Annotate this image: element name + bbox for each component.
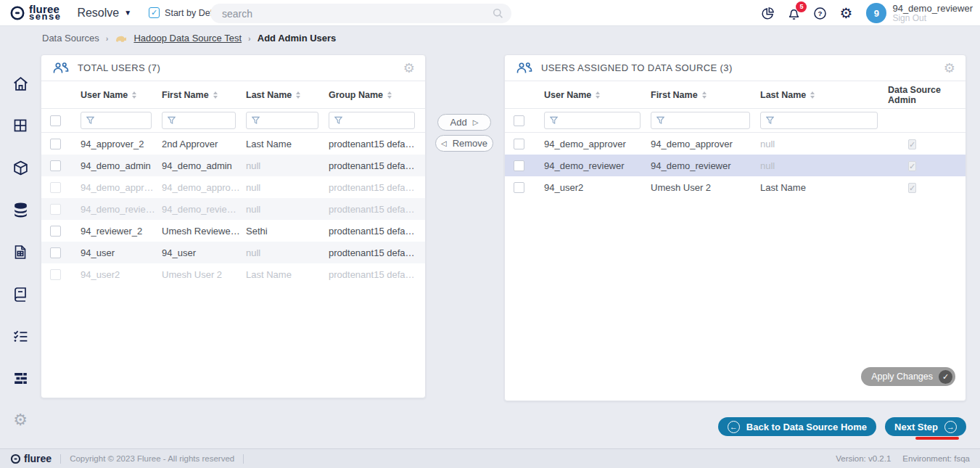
cell-first-name: 94_demo_reviewer: [651, 160, 760, 171]
sign-out-link[interactable]: Sign Out: [892, 14, 973, 23]
select-all-checkbox[interactable]: [50, 115, 61, 126]
total-users-panel: TOTAL USERS (7) ⚙ User Name First Name L…: [41, 54, 426, 398]
chevron-right-icon: ›: [106, 34, 109, 43]
grid-icon[interactable]: [11, 116, 30, 135]
spreadsheet-file-icon[interactable]: [11, 242, 30, 261]
cell-group-name: prodtenant15 default ...: [329, 247, 425, 258]
select-all-checkbox[interactable]: [514, 115, 524, 126]
user-row[interactable]: 94_user 94_user null prodtenant15 defaul…: [41, 242, 425, 263]
assigned-users-column-headers: User Name First Name Last Name Data Sour…: [505, 81, 965, 109]
automation-gear-icon[interactable]: ⚙: [11, 411, 30, 430]
user-row: 94_user2 Umesh User 2 Last Name prodtena…: [41, 263, 425, 285]
user-row[interactable]: 94_approver_2 2nd Approver Last Name pro…: [41, 133, 425, 155]
help-icon[interactable]: ?: [812, 5, 828, 21]
cell-group-name: prodtenant15 default ...: [329, 139, 425, 149]
search-input[interactable]: [210, 4, 511, 23]
cell-user-name: 94_demo_approver: [544, 139, 651, 149]
column-header-user-name[interactable]: User Name: [81, 90, 162, 100]
hadoop-elephant-icon: [115, 33, 127, 44]
data-source-admin-checkbox: ✓: [908, 183, 916, 193]
search-icon: [493, 8, 503, 19]
assigned-user-row[interactable]: 94_user2 Umesh User 2 Last Name ✓: [505, 176, 965, 198]
environment-label: Environment: fsqa: [902, 454, 970, 463]
notifications-bell-icon[interactable]: 5: [786, 5, 802, 21]
cell-first-name: Umesh User 2: [162, 269, 246, 280]
cube-icon[interactable]: [11, 158, 30, 177]
apply-changes-button[interactable]: Apply Changes ✓: [861, 367, 955, 386]
row-checkbox[interactable]: [50, 139, 61, 149]
cell-last-name: Last Name: [246, 269, 329, 280]
user-row[interactable]: 94_demo_admin 94_demo_admin null prodten…: [41, 155, 425, 176]
filter-last-name-input[interactable]: [760, 112, 878, 129]
total-users-column-headers: User Name First Name Last Name Group Nam…: [41, 81, 425, 109]
user-row[interactable]: 94_reviewer_2 Umesh Reviewer 2 Sethi pro…: [41, 220, 425, 242]
footer-logo-text: fluree: [24, 453, 52, 464]
cell-last-name: Sethi: [246, 226, 329, 237]
cell-user-name: 94_user2: [544, 182, 651, 193]
cell-last-name: null: [760, 160, 888, 171]
divider: [243, 454, 244, 464]
cell-first-name: 94_demo_reviewer: [162, 204, 246, 215]
assigned-users-header: USERS ASSIGNED TO DATA SOURCE (3) ⚙: [505, 55, 965, 81]
add-button-label: Add: [450, 117, 467, 128]
row-checkbox[interactable]: [514, 160, 524, 171]
row-checkbox: [50, 269, 61, 280]
data-source-admin-checkbox: ✓: [908, 139, 916, 149]
row-checkbox[interactable]: [514, 182, 524, 193]
apply-changes-label: Apply Changes: [871, 371, 933, 382]
row-checkbox: [50, 204, 61, 215]
resolve-dropdown[interactable]: Resolve ▼: [77, 7, 131, 20]
avatar[interactable]: 9: [866, 3, 886, 23]
assigned-user-row[interactable]: 94_demo_approver 94_demo_approver null ✓: [505, 133, 965, 155]
add-button[interactable]: Add ▷: [437, 114, 491, 131]
panel-gear-icon[interactable]: ⚙: [944, 62, 955, 75]
row-checkbox[interactable]: [50, 247, 61, 258]
breadcrumb-data-source-name[interactable]: Hadoop Data Source Test: [133, 33, 242, 44]
copyright-text: Copyright © 2023 Fluree - All rights res…: [70, 454, 234, 463]
assigned-user-row[interactable]: 94_demo_reviewer 94_demo_reviewer null ✓: [505, 155, 965, 176]
filter-funnel-icon: [86, 116, 94, 125]
filter-first-name-input[interactable]: [651, 112, 750, 129]
cell-first-name: 94_user: [162, 247, 246, 258]
filter-user-name-input[interactable]: [544, 112, 641, 129]
sort-icon: [132, 91, 136, 99]
divider: [60, 454, 61, 464]
breadcrumb: Data Sources › Hadoop Data Source Test ›…: [42, 33, 336, 44]
remove-button[interactable]: ◁ Remove: [435, 135, 493, 152]
row-checkbox[interactable]: [50, 226, 61, 237]
row-checkbox[interactable]: [50, 160, 61, 171]
breadcrumb-data-sources[interactable]: Data Sources: [42, 33, 99, 44]
home-icon[interactable]: [11, 74, 30, 93]
book-icon[interactable]: [11, 284, 30, 303]
cell-last-name: Last Name: [760, 182, 888, 193]
checklist-icon[interactable]: [11, 327, 30, 345]
column-header-last-name[interactable]: Last Name: [246, 90, 329, 100]
user-name: 94_demo_reviewer: [892, 4, 973, 14]
cell-group-name: prodtenant15 default ...: [329, 182, 425, 193]
back-to-data-source-home-button[interactable]: ← Back to Data Source Home: [718, 417, 876, 436]
analytics-pie-icon[interactable]: [759, 5, 775, 21]
assigned-users-table-body: 94_demo_approver 94_demo_approver null ✓…: [505, 133, 965, 198]
fluree-sense-logo[interactable]: fluree sense: [9, 5, 61, 21]
sort-icon: [387, 91, 392, 99]
panel-gear-icon[interactable]: ⚙: [403, 62, 415, 75]
chevron-down-icon: ▼: [124, 9, 131, 17]
row-checkbox[interactable]: [514, 139, 524, 149]
cell-group-name: prodtenant15 default ...: [329, 160, 425, 171]
column-header-user-name[interactable]: User Name: [544, 90, 651, 100]
server-blocks-icon[interactable]: [11, 369, 30, 387]
next-step-button[interactable]: Next Step →: [885, 417, 966, 436]
data-source-admin-checkbox: ✓: [908, 161, 916, 171]
arrow-right-icon: →: [944, 421, 957, 433]
column-header-first-name[interactable]: First Name: [651, 90, 760, 100]
filter-funnel-icon: [334, 116, 342, 125]
column-header-group-name[interactable]: Group Name: [329, 90, 425, 100]
triangle-right-icon: ▷: [473, 118, 479, 126]
settings-gear-icon[interactable]: ⚙: [838, 5, 854, 21]
column-header-last-name[interactable]: Last Name: [760, 90, 888, 100]
back-button-label: Back to Data Source Home: [746, 422, 867, 432]
column-header-first-name[interactable]: First Name: [162, 90, 246, 100]
database-icon[interactable]: [11, 200, 30, 219]
filter-funnel-icon: [168, 116, 176, 125]
total-users-title: TOTAL USERS (7): [78, 62, 160, 73]
